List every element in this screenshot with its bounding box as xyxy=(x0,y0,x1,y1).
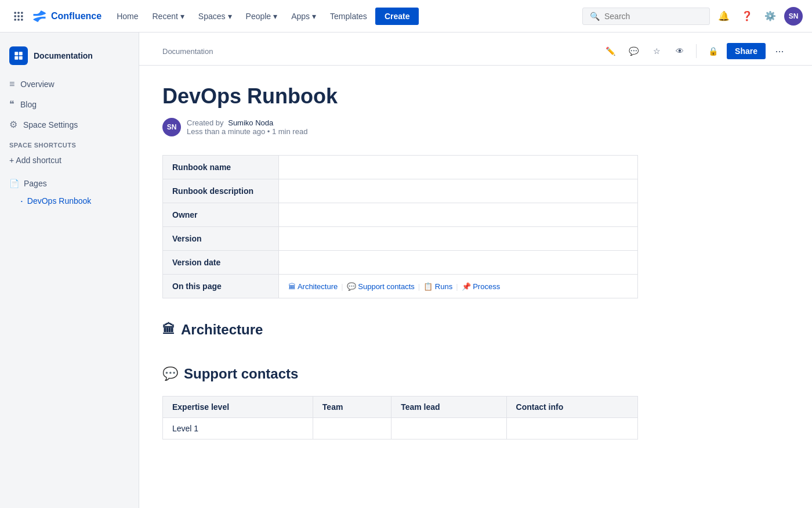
svg-rect-9 xyxy=(14,52,18,55)
svg-rect-10 xyxy=(19,52,23,55)
help-icon[interactable]: ❓ xyxy=(738,7,756,26)
row-label: Runbook name xyxy=(163,156,279,179)
pages-section: 📄 Pages • DevOps Runbook xyxy=(0,174,139,209)
svg-rect-4 xyxy=(17,15,19,17)
notifications-icon[interactable]: 🔔 xyxy=(715,7,733,26)
comment-icon[interactable]: 💬 xyxy=(624,42,643,60)
link-runs[interactable]: 📋 Runs xyxy=(423,282,452,291)
link-architecture[interactable]: 🏛 Architecture xyxy=(288,282,338,291)
chevron-down-icon: ▾ xyxy=(228,12,232,21)
watch-icon[interactable]: 👁 xyxy=(670,42,689,60)
add-shortcut[interactable]: + Add shortcut xyxy=(0,151,139,170)
table-header-row: Expertise level Team Team lead Contact i… xyxy=(163,397,638,418)
cell-team xyxy=(313,418,391,439)
svg-rect-6 xyxy=(14,19,16,20)
svg-rect-5 xyxy=(21,15,23,17)
table-row: Version xyxy=(163,227,638,251)
grid-icon[interactable] xyxy=(9,7,28,26)
row-value xyxy=(279,179,638,203)
row-label: On this page xyxy=(163,275,279,298)
svg-rect-2 xyxy=(21,12,23,13)
page-body: DevOps Runbook SN Created by Sumiko Noda… xyxy=(139,66,661,474)
author-avatar: SN xyxy=(162,118,181,136)
svg-rect-3 xyxy=(14,15,16,17)
sidebar-item-space-settings[interactable]: ⚙ Space Settings xyxy=(0,114,139,135)
more-options-icon[interactable]: ··· xyxy=(770,42,789,60)
space-header[interactable]: Documentation xyxy=(0,42,139,74)
settings-icon: ⚙ xyxy=(9,119,17,130)
svg-rect-12 xyxy=(19,56,23,60)
page-title: DevOps Runbook xyxy=(162,84,638,109)
svg-rect-7 xyxy=(17,19,19,20)
sidebar-item-blog[interactable]: ❝ Blog xyxy=(0,94,139,114)
row-value xyxy=(279,156,638,179)
nav-templates[interactable]: Templates xyxy=(324,8,373,24)
main-content: Documentation ✏️ 💬 ☆ 👁 🔒 Share ··· DevOp… xyxy=(139,33,812,508)
svg-rect-11 xyxy=(14,56,18,60)
space-icon xyxy=(9,46,28,65)
settings-icon[interactable]: ⚙️ xyxy=(761,7,780,26)
star-icon[interactable]: ☆ xyxy=(647,42,666,60)
link-support-contacts[interactable]: 💬 Support contacts xyxy=(347,282,415,291)
confluence-logo[interactable]: Confluence xyxy=(32,9,102,23)
topnav-right: 🔍 🔔 ❓ ⚙️ SN xyxy=(582,7,803,26)
support-contacts-heading: 💬 Support contacts xyxy=(162,366,638,382)
cell-team-lead xyxy=(392,418,506,439)
row-label: Version date xyxy=(163,251,279,275)
architecture-icon: 🏛 xyxy=(162,322,175,337)
space-shortcuts-label: SPACE SHORTCUTS xyxy=(0,135,139,151)
share-button[interactable]: Share xyxy=(727,43,766,59)
toolbar-actions: ✏️ 💬 ☆ 👁 🔒 Share ··· xyxy=(601,42,789,60)
blog-icon: ❝ xyxy=(9,99,14,110)
table-row: Runbook name xyxy=(163,156,638,179)
link-process[interactable]: 📌 Process xyxy=(462,282,501,291)
pages-icon: 📄 xyxy=(9,179,19,188)
row-label: Owner xyxy=(163,203,279,227)
support-contacts-icon: 💬 xyxy=(162,366,178,381)
nav-people[interactable]: People ▾ xyxy=(240,8,284,24)
svg-rect-0 xyxy=(14,12,16,13)
col-contact-info: Contact info xyxy=(506,397,637,418)
search-input[interactable] xyxy=(604,12,702,21)
chevron-down-icon: ▾ xyxy=(312,12,316,21)
on-this-page-links: 🏛 Architecture | 💬 Support contacts | 📋 … xyxy=(288,282,628,291)
contacts-table: Expertise level Team Team lead Contact i… xyxy=(162,396,638,439)
architecture-heading: 🏛 Architecture xyxy=(162,322,638,338)
table-row-on-this-page: On this page 🏛 Architecture | 💬 Support … xyxy=(163,275,638,298)
nav-recent[interactable]: Recent ▾ xyxy=(146,8,190,24)
sidebar-item-overview[interactable]: ≡ Overview xyxy=(0,74,139,94)
sidebar-item-devops-runbook[interactable]: • DevOps Runbook xyxy=(0,193,139,209)
sidebar-item-pages[interactable]: 📄 Pages xyxy=(0,174,139,193)
chevron-down-icon: ▾ xyxy=(180,12,184,21)
toolbar-divider xyxy=(696,44,697,58)
col-team: Team xyxy=(313,397,391,418)
edit-icon[interactable]: ✏️ xyxy=(601,42,619,60)
nav-home[interactable]: Home xyxy=(111,8,144,24)
logo-text: Confluence xyxy=(51,11,102,21)
row-label: Version xyxy=(163,227,279,251)
restrict-icon[interactable]: 🔒 xyxy=(704,42,722,60)
main-nav: Home Recent ▾ Spaces ▾ People ▾ Apps ▾ T… xyxy=(111,8,578,25)
cell-contact-info xyxy=(506,418,637,439)
user-avatar[interactable]: SN xyxy=(784,7,803,26)
bullet-icon: • xyxy=(21,199,23,204)
top-navigation: Confluence Home Recent ▾ Spaces ▾ People… xyxy=(0,0,812,33)
breadcrumb-bar: Documentation ✏️ 💬 ☆ 👁 🔒 Share ··· xyxy=(139,33,812,66)
row-value xyxy=(279,203,638,227)
nav-apps[interactable]: Apps ▾ xyxy=(285,8,322,24)
svg-rect-8 xyxy=(21,19,23,20)
row-value xyxy=(279,251,638,275)
breadcrumb: Documentation xyxy=(162,47,213,56)
row-label: Runbook description xyxy=(163,179,279,203)
author-row: SN Created by Sumiko Noda Less than a mi… xyxy=(162,118,638,136)
table-row: Owner xyxy=(163,203,638,227)
sidebar: Documentation ≡ Overview ❝ Blog ⚙ Space … xyxy=(0,33,139,508)
chevron-down-icon: ▾ xyxy=(273,12,277,21)
col-team-lead: Team lead xyxy=(392,397,506,418)
table-row: Runbook description xyxy=(163,179,638,203)
create-button[interactable]: Create xyxy=(375,8,419,25)
row-value-links: 🏛 Architecture | 💬 Support contacts | 📋 … xyxy=(279,275,638,298)
page-layout: Documentation ≡ Overview ❝ Blog ⚙ Space … xyxy=(0,33,812,508)
nav-spaces[interactable]: Spaces ▾ xyxy=(193,8,238,24)
search-box[interactable]: 🔍 xyxy=(582,8,710,25)
